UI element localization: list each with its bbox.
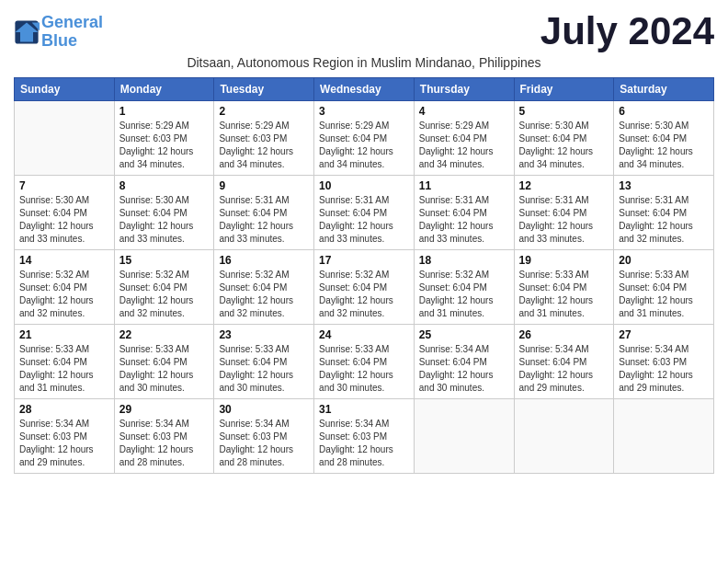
header-friday: Friday <box>514 78 614 101</box>
day-number: 30 <box>219 403 309 416</box>
day-info: Sunrise: 5:29 AM Sunset: 6:03 PM Dayligh… <box>119 120 210 171</box>
day-number: 8 <box>119 179 210 192</box>
day-info: Sunrise: 5:31 AM Sunset: 6:04 PM Dayligh… <box>319 194 409 246</box>
day-number: 21 <box>19 328 109 341</box>
day-number: 28 <box>19 403 109 416</box>
calendar-table: SundayMondayTuesdayWednesdayThursdayFrid… <box>14 77 714 474</box>
day-number: 13 <box>619 179 709 192</box>
calendar-cell <box>414 399 514 474</box>
calendar-cell: 20Sunrise: 5:33 AM Sunset: 6:04 PM Dayli… <box>614 250 714 325</box>
calendar-cell: 29Sunrise: 5:34 AM Sunset: 6:03 PM Dayli… <box>114 399 214 474</box>
day-info: Sunrise: 5:32 AM Sunset: 6:04 PM Dayligh… <box>219 269 309 320</box>
day-number: 5 <box>519 105 609 118</box>
day-number: 15 <box>119 254 210 267</box>
day-info: Sunrise: 5:33 AM Sunset: 6:04 PM Dayligh… <box>319 343 409 395</box>
day-info: Sunrise: 5:32 AM Sunset: 6:04 PM Dayligh… <box>419 269 509 320</box>
subtitle: Ditsaan, Autonomous Region in Muslim Min… <box>14 55 714 70</box>
calendar-cell: 2Sunrise: 5:29 AM Sunset: 6:03 PM Daylig… <box>214 101 314 176</box>
day-number: 18 <box>419 254 509 267</box>
day-info: Sunrise: 5:32 AM Sunset: 6:04 PM Dayligh… <box>119 269 210 320</box>
header-tuesday: Tuesday <box>214 78 314 101</box>
day-info: Sunrise: 5:34 AM Sunset: 6:03 PM Dayligh… <box>619 343 709 395</box>
calendar-cell: 19Sunrise: 5:33 AM Sunset: 6:04 PM Dayli… <box>514 250 614 325</box>
month-title: July 2024 <box>540 9 714 53</box>
day-info: Sunrise: 5:29 AM Sunset: 6:04 PM Dayligh… <box>419 120 509 171</box>
day-info: Sunrise: 5:34 AM Sunset: 6:04 PM Dayligh… <box>519 343 609 395</box>
day-number: 12 <box>519 179 609 192</box>
day-info: Sunrise: 5:31 AM Sunset: 6:04 PM Dayligh… <box>419 194 509 246</box>
calendar-week-3: 14Sunrise: 5:32 AM Sunset: 6:04 PM Dayli… <box>15 250 714 325</box>
calendar-cell: 4Sunrise: 5:29 AM Sunset: 6:04 PM Daylig… <box>414 101 514 176</box>
day-number: 20 <box>619 254 709 267</box>
header-monday: Monday <box>114 78 214 101</box>
day-info: Sunrise: 5:32 AM Sunset: 6:04 PM Dayligh… <box>319 269 409 320</box>
calendar-cell: 23Sunrise: 5:33 AM Sunset: 6:04 PM Dayli… <box>214 325 314 399</box>
day-info: Sunrise: 5:33 AM Sunset: 6:04 PM Dayligh… <box>219 343 309 395</box>
calendar-cell: 31Sunrise: 5:34 AM Sunset: 6:03 PM Dayli… <box>314 399 415 474</box>
header-thursday: Thursday <box>414 78 514 101</box>
calendar-cell: 30Sunrise: 5:34 AM Sunset: 6:03 PM Dayli… <box>214 399 314 474</box>
day-info: Sunrise: 5:30 AM Sunset: 6:04 PM Dayligh… <box>519 120 609 171</box>
day-info: Sunrise: 5:34 AM Sunset: 6:04 PM Dayligh… <box>419 343 509 395</box>
calendar-week-2: 7Sunrise: 5:30 AM Sunset: 6:04 PM Daylig… <box>15 176 714 250</box>
calendar-cell: 3Sunrise: 5:29 AM Sunset: 6:04 PM Daylig… <box>314 101 415 176</box>
day-info: Sunrise: 5:31 AM Sunset: 6:04 PM Dayligh… <box>219 194 309 246</box>
calendar-cell: 28Sunrise: 5:34 AM Sunset: 6:03 PM Dayli… <box>15 399 115 474</box>
calendar-cell: 24Sunrise: 5:33 AM Sunset: 6:04 PM Dayli… <box>314 325 415 399</box>
calendar-cell: 10Sunrise: 5:31 AM Sunset: 6:04 PM Dayli… <box>314 176 415 250</box>
header-saturday: Saturday <box>614 78 714 101</box>
calendar-week-5: 28Sunrise: 5:34 AM Sunset: 6:03 PM Dayli… <box>15 399 714 474</box>
calendar-cell: 21Sunrise: 5:33 AM Sunset: 6:04 PM Dayli… <box>15 325 115 399</box>
day-info: Sunrise: 5:34 AM Sunset: 6:03 PM Dayligh… <box>119 418 210 469</box>
day-number: 14 <box>19 254 109 267</box>
day-number: 26 <box>519 328 609 341</box>
day-info: Sunrise: 5:34 AM Sunset: 6:03 PM Dayligh… <box>19 418 109 469</box>
day-number: 2 <box>219 105 309 118</box>
day-number: 10 <box>319 179 409 192</box>
day-info: Sunrise: 5:34 AM Sunset: 6:03 PM Dayligh… <box>219 418 309 469</box>
day-number: 6 <box>619 105 709 118</box>
calendar-cell: 1Sunrise: 5:29 AM Sunset: 6:03 PM Daylig… <box>114 101 214 176</box>
day-number: 3 <box>319 105 409 118</box>
day-info: Sunrise: 5:31 AM Sunset: 6:04 PM Dayligh… <box>519 194 609 246</box>
calendar-cell <box>514 399 614 474</box>
day-number: 31 <box>319 403 409 416</box>
calendar-cell: 16Sunrise: 5:32 AM Sunset: 6:04 PM Dayli… <box>214 250 314 325</box>
header-sunday: Sunday <box>15 78 115 101</box>
day-info: Sunrise: 5:31 AM Sunset: 6:04 PM Dayligh… <box>619 194 709 246</box>
calendar-cell: 6Sunrise: 5:30 AM Sunset: 6:04 PM Daylig… <box>614 101 714 176</box>
calendar-cell: 26Sunrise: 5:34 AM Sunset: 6:04 PM Dayli… <box>514 325 614 399</box>
day-number: 1 <box>119 105 210 118</box>
calendar-cell: 14Sunrise: 5:32 AM Sunset: 6:04 PM Dayli… <box>15 250 115 325</box>
day-number: 17 <box>319 254 409 267</box>
day-info: Sunrise: 5:30 AM Sunset: 6:04 PM Dayligh… <box>619 120 709 171</box>
day-info: Sunrise: 5:30 AM Sunset: 6:04 PM Dayligh… <box>119 194 210 246</box>
day-info: Sunrise: 5:34 AM Sunset: 6:03 PM Dayligh… <box>319 418 409 469</box>
calendar-cell: 5Sunrise: 5:30 AM Sunset: 6:04 PM Daylig… <box>514 101 614 176</box>
day-number: 27 <box>619 328 709 341</box>
calendar-header: SundayMondayTuesdayWednesdayThursdayFrid… <box>15 78 714 101</box>
day-number: 19 <box>519 254 609 267</box>
day-number: 24 <box>319 328 409 341</box>
calendar-cell: 11Sunrise: 5:31 AM Sunset: 6:04 PM Dayli… <box>414 176 514 250</box>
logo-line1: General <box>41 13 103 31</box>
calendar-cell <box>15 101 115 176</box>
calendar-week-4: 21Sunrise: 5:33 AM Sunset: 6:04 PM Dayli… <box>15 325 714 399</box>
calendar-week-1: 1Sunrise: 5:29 AM Sunset: 6:03 PM Daylig… <box>15 101 714 176</box>
calendar-cell: 15Sunrise: 5:32 AM Sunset: 6:04 PM Dayli… <box>114 250 214 325</box>
day-info: Sunrise: 5:33 AM Sunset: 6:04 PM Dayligh… <box>519 269 609 320</box>
day-number: 7 <box>19 179 109 192</box>
day-number: 23 <box>219 328 309 341</box>
day-info: Sunrise: 5:29 AM Sunset: 6:03 PM Dayligh… <box>219 120 309 171</box>
calendar-cell: 25Sunrise: 5:34 AM Sunset: 6:04 PM Dayli… <box>414 325 514 399</box>
day-info: Sunrise: 5:30 AM Sunset: 6:04 PM Dayligh… <box>19 194 109 246</box>
day-info: Sunrise: 5:33 AM Sunset: 6:04 PM Dayligh… <box>19 343 109 395</box>
calendar-cell: 8Sunrise: 5:30 AM Sunset: 6:04 PM Daylig… <box>114 176 214 250</box>
calendar-cell: 22Sunrise: 5:33 AM Sunset: 6:04 PM Dayli… <box>114 325 214 399</box>
day-number: 11 <box>419 179 509 192</box>
calendar-cell: 17Sunrise: 5:32 AM Sunset: 6:04 PM Dayli… <box>314 250 415 325</box>
calendar-cell: 18Sunrise: 5:32 AM Sunset: 6:04 PM Dayli… <box>414 250 514 325</box>
day-number: 29 <box>119 403 210 416</box>
calendar-cell: 12Sunrise: 5:31 AM Sunset: 6:04 PM Dayli… <box>514 176 614 250</box>
header-wednesday: Wednesday <box>314 78 415 101</box>
